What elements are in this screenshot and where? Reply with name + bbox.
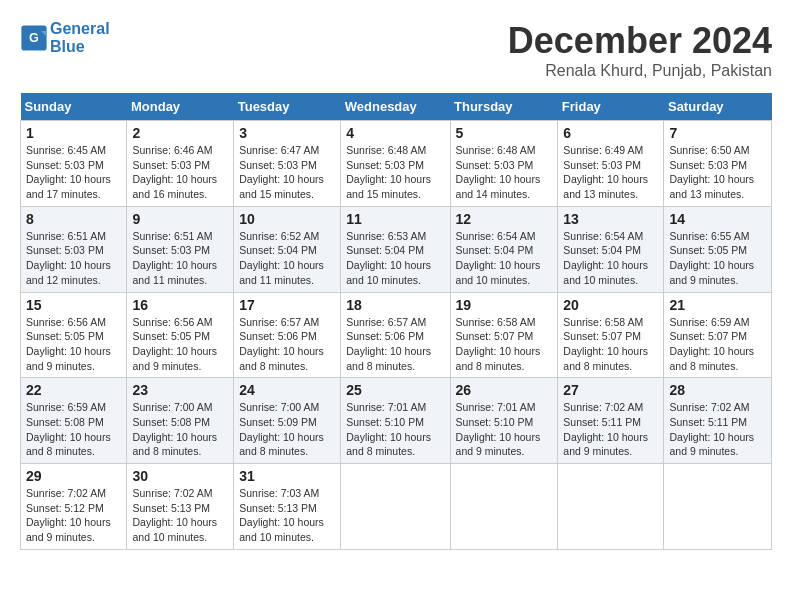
day-info: Sunrise: 6:57 AMSunset: 5:06 PMDaylight:… bbox=[239, 315, 335, 374]
calendar-cell: 17Sunrise: 6:57 AMSunset: 5:06 PMDayligh… bbox=[234, 292, 341, 378]
calendar-cell: 20Sunrise: 6:58 AMSunset: 5:07 PMDayligh… bbox=[558, 292, 664, 378]
calendar-cell: 19Sunrise: 6:58 AMSunset: 5:07 PMDayligh… bbox=[450, 292, 558, 378]
day-info: Sunrise: 7:02 AMSunset: 5:11 PMDaylight:… bbox=[563, 400, 658, 459]
weekday-header: Sunday bbox=[21, 93, 127, 121]
title-section: December 2024 Renala Khurd, Punjab, Paki… bbox=[508, 20, 772, 80]
day-info: Sunrise: 7:00 AMSunset: 5:08 PMDaylight:… bbox=[132, 400, 228, 459]
day-info: Sunrise: 6:48 AMSunset: 5:03 PMDaylight:… bbox=[456, 143, 553, 202]
calendar-cell: 3Sunrise: 6:47 AMSunset: 5:03 PMDaylight… bbox=[234, 121, 341, 207]
weekday-header: Thursday bbox=[450, 93, 558, 121]
day-number: 28 bbox=[669, 382, 766, 398]
day-number: 23 bbox=[132, 382, 228, 398]
day-info: Sunrise: 6:45 AMSunset: 5:03 PMDaylight:… bbox=[26, 143, 121, 202]
calendar-week-row: 22Sunrise: 6:59 AMSunset: 5:08 PMDayligh… bbox=[21, 378, 772, 464]
day-info: Sunrise: 6:59 AMSunset: 5:08 PMDaylight:… bbox=[26, 400, 121, 459]
day-info: Sunrise: 6:52 AMSunset: 5:04 PMDaylight:… bbox=[239, 229, 335, 288]
day-number: 30 bbox=[132, 468, 228, 484]
day-info: Sunrise: 6:49 AMSunset: 5:03 PMDaylight:… bbox=[563, 143, 658, 202]
day-number: 12 bbox=[456, 211, 553, 227]
calendar-week-row: 8Sunrise: 6:51 AMSunset: 5:03 PMDaylight… bbox=[21, 206, 772, 292]
day-info: Sunrise: 6:54 AMSunset: 5:04 PMDaylight:… bbox=[456, 229, 553, 288]
calendar-cell bbox=[341, 464, 450, 550]
day-number: 24 bbox=[239, 382, 335, 398]
day-number: 7 bbox=[669, 125, 766, 141]
day-info: Sunrise: 7:01 AMSunset: 5:10 PMDaylight:… bbox=[456, 400, 553, 459]
logo-line2: Blue bbox=[50, 38, 110, 56]
day-number: 17 bbox=[239, 297, 335, 313]
calendar-cell: 22Sunrise: 6:59 AMSunset: 5:08 PMDayligh… bbox=[21, 378, 127, 464]
day-number: 3 bbox=[239, 125, 335, 141]
calendar-cell: 30Sunrise: 7:02 AMSunset: 5:13 PMDayligh… bbox=[127, 464, 234, 550]
calendar-cell: 13Sunrise: 6:54 AMSunset: 5:04 PMDayligh… bbox=[558, 206, 664, 292]
calendar-week-row: 29Sunrise: 7:02 AMSunset: 5:12 PMDayligh… bbox=[21, 464, 772, 550]
calendar-cell: 27Sunrise: 7:02 AMSunset: 5:11 PMDayligh… bbox=[558, 378, 664, 464]
calendar-cell: 31Sunrise: 7:03 AMSunset: 5:13 PMDayligh… bbox=[234, 464, 341, 550]
day-info: Sunrise: 6:57 AMSunset: 5:06 PMDaylight:… bbox=[346, 315, 444, 374]
calendar-cell: 6Sunrise: 6:49 AMSunset: 5:03 PMDaylight… bbox=[558, 121, 664, 207]
calendar-cell: 10Sunrise: 6:52 AMSunset: 5:04 PMDayligh… bbox=[234, 206, 341, 292]
day-number: 2 bbox=[132, 125, 228, 141]
calendar-cell: 21Sunrise: 6:59 AMSunset: 5:07 PMDayligh… bbox=[664, 292, 772, 378]
calendar-cell: 8Sunrise: 6:51 AMSunset: 5:03 PMDaylight… bbox=[21, 206, 127, 292]
calendar-body: 1Sunrise: 6:45 AMSunset: 5:03 PMDaylight… bbox=[21, 121, 772, 550]
day-number: 9 bbox=[132, 211, 228, 227]
day-number: 29 bbox=[26, 468, 121, 484]
day-info: Sunrise: 6:55 AMSunset: 5:05 PMDaylight:… bbox=[669, 229, 766, 288]
day-info: Sunrise: 6:47 AMSunset: 5:03 PMDaylight:… bbox=[239, 143, 335, 202]
day-info: Sunrise: 6:51 AMSunset: 5:03 PMDaylight:… bbox=[26, 229, 121, 288]
day-number: 27 bbox=[563, 382, 658, 398]
day-info: Sunrise: 7:02 AMSunset: 5:11 PMDaylight:… bbox=[669, 400, 766, 459]
day-number: 6 bbox=[563, 125, 658, 141]
calendar-cell: 1Sunrise: 6:45 AMSunset: 5:03 PMDaylight… bbox=[21, 121, 127, 207]
calendar-cell: 9Sunrise: 6:51 AMSunset: 5:03 PMDaylight… bbox=[127, 206, 234, 292]
day-number: 15 bbox=[26, 297, 121, 313]
day-number: 8 bbox=[26, 211, 121, 227]
weekday-header: Tuesday bbox=[234, 93, 341, 121]
calendar-cell bbox=[558, 464, 664, 550]
calendar-cell: 7Sunrise: 6:50 AMSunset: 5:03 PMDaylight… bbox=[664, 121, 772, 207]
day-number: 14 bbox=[669, 211, 766, 227]
calendar-cell: 25Sunrise: 7:01 AMSunset: 5:10 PMDayligh… bbox=[341, 378, 450, 464]
calendar-week-row: 1Sunrise: 6:45 AMSunset: 5:03 PMDaylight… bbox=[21, 121, 772, 207]
weekday-header: Friday bbox=[558, 93, 664, 121]
logo: G General Blue bbox=[20, 20, 110, 56]
day-info: Sunrise: 7:03 AMSunset: 5:13 PMDaylight:… bbox=[239, 486, 335, 545]
day-info: Sunrise: 6:53 AMSunset: 5:04 PMDaylight:… bbox=[346, 229, 444, 288]
day-info: Sunrise: 6:56 AMSunset: 5:05 PMDaylight:… bbox=[26, 315, 121, 374]
weekday-header: Monday bbox=[127, 93, 234, 121]
day-number: 13 bbox=[563, 211, 658, 227]
day-info: Sunrise: 6:59 AMSunset: 5:07 PMDaylight:… bbox=[669, 315, 766, 374]
calendar-cell: 12Sunrise: 6:54 AMSunset: 5:04 PMDayligh… bbox=[450, 206, 558, 292]
logo-icon: G bbox=[20, 24, 48, 52]
day-info: Sunrise: 7:02 AMSunset: 5:12 PMDaylight:… bbox=[26, 486, 121, 545]
calendar-table: SundayMondayTuesdayWednesdayThursdayFrid… bbox=[20, 93, 772, 550]
weekday-header: Wednesday bbox=[341, 93, 450, 121]
day-number: 5 bbox=[456, 125, 553, 141]
day-number: 31 bbox=[239, 468, 335, 484]
day-number: 4 bbox=[346, 125, 444, 141]
day-info: Sunrise: 6:58 AMSunset: 5:07 PMDaylight:… bbox=[563, 315, 658, 374]
day-number: 1 bbox=[26, 125, 121, 141]
calendar-cell: 14Sunrise: 6:55 AMSunset: 5:05 PMDayligh… bbox=[664, 206, 772, 292]
calendar-cell: 24Sunrise: 7:00 AMSunset: 5:09 PMDayligh… bbox=[234, 378, 341, 464]
location-title: Renala Khurd, Punjab, Pakistan bbox=[508, 62, 772, 80]
calendar-week-row: 15Sunrise: 6:56 AMSunset: 5:05 PMDayligh… bbox=[21, 292, 772, 378]
day-number: 10 bbox=[239, 211, 335, 227]
day-info: Sunrise: 7:02 AMSunset: 5:13 PMDaylight:… bbox=[132, 486, 228, 545]
calendar-cell bbox=[664, 464, 772, 550]
day-number: 19 bbox=[456, 297, 553, 313]
calendar-cell: 15Sunrise: 6:56 AMSunset: 5:05 PMDayligh… bbox=[21, 292, 127, 378]
calendar-cell: 29Sunrise: 7:02 AMSunset: 5:12 PMDayligh… bbox=[21, 464, 127, 550]
logo-line1: General bbox=[50, 20, 110, 38]
calendar-cell: 28Sunrise: 7:02 AMSunset: 5:11 PMDayligh… bbox=[664, 378, 772, 464]
day-info: Sunrise: 6:51 AMSunset: 5:03 PMDaylight:… bbox=[132, 229, 228, 288]
day-number: 20 bbox=[563, 297, 658, 313]
day-info: Sunrise: 7:00 AMSunset: 5:09 PMDaylight:… bbox=[239, 400, 335, 459]
calendar-cell: 11Sunrise: 6:53 AMSunset: 5:04 PMDayligh… bbox=[341, 206, 450, 292]
calendar-cell: 2Sunrise: 6:46 AMSunset: 5:03 PMDaylight… bbox=[127, 121, 234, 207]
day-number: 21 bbox=[669, 297, 766, 313]
day-number: 22 bbox=[26, 382, 121, 398]
day-info: Sunrise: 6:48 AMSunset: 5:03 PMDaylight:… bbox=[346, 143, 444, 202]
calendar-cell: 23Sunrise: 7:00 AMSunset: 5:08 PMDayligh… bbox=[127, 378, 234, 464]
calendar-cell: 18Sunrise: 6:57 AMSunset: 5:06 PMDayligh… bbox=[341, 292, 450, 378]
